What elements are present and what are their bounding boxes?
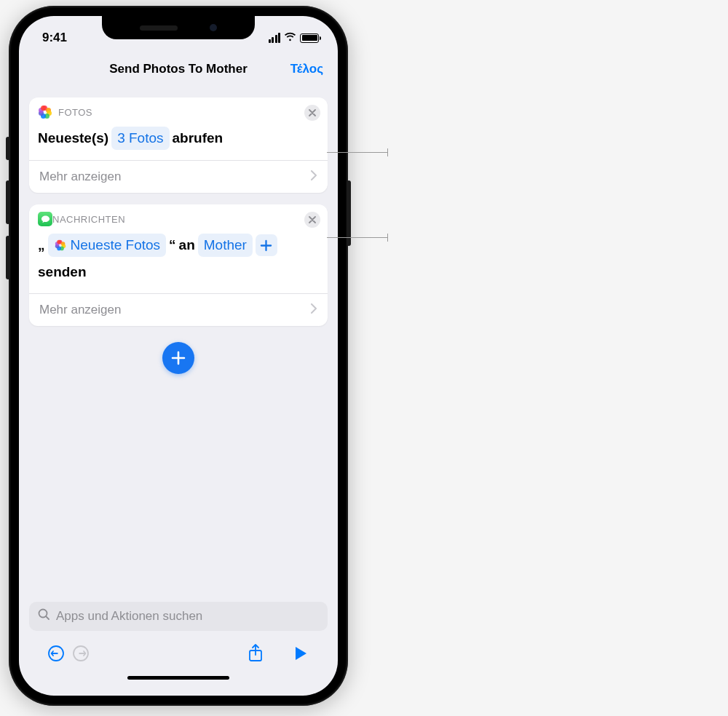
- chevron-right-icon: [311, 170, 317, 184]
- cellular-signal-icon: [269, 33, 281, 43]
- notch: [102, 16, 255, 39]
- home-indicator[interactable]: [127, 676, 229, 680]
- callout-tick: [387, 234, 388, 242]
- speaker: [140, 25, 178, 31]
- action-card-fotos[interactable]: FOTOS Neueste(s) 3 Fotos abrufen Mehr an…: [29, 98, 328, 193]
- screen: 9:41 Send Photos To Mother Τέλος: [19, 16, 338, 696]
- action-text: senden: [38, 261, 87, 283]
- action-app-label: NACHRICHTEN: [52, 214, 125, 225]
- photos-mini-icon: [54, 239, 67, 252]
- show-more-row[interactable]: Mehr anzeigen: [29, 293, 328, 326]
- share-button[interactable]: [243, 641, 268, 666]
- status-time: 9:41: [42, 31, 67, 45]
- action-text: abrufen: [173, 127, 223, 149]
- callout-tick: [387, 148, 388, 156]
- side-button-volume-down[interactable]: [6, 236, 10, 279]
- wifi-icon: [284, 31, 296, 45]
- battery-icon: [300, 33, 319, 43]
- status-indicators: [269, 31, 320, 45]
- quote-open: „: [38, 234, 45, 256]
- action-header: NACHRICHTEN: [29, 204, 328, 229]
- shortcut-editor: FOTOS Neueste(s) 3 Fotos abrufen Mehr an…: [19, 87, 338, 602]
- front-camera: [210, 24, 217, 31]
- phone-frame: 9:41 Send Photos To Mother Τέλος: [9, 6, 348, 706]
- search-placeholder: Apps und Aktionen suchen: [56, 609, 202, 624]
- variable-label: Neueste Fotos: [71, 234, 161, 256]
- chevron-right-icon: [311, 303, 317, 317]
- run-button[interactable]: [288, 641, 313, 666]
- action-card-nachrichten[interactable]: NACHRICHTEN „: [29, 204, 328, 326]
- recipient-parameter[interactable]: Mother: [198, 234, 253, 257]
- toolbar: [29, 631, 328, 672]
- quote-close: “: [169, 234, 176, 256]
- callout-line: [327, 237, 388, 238]
- action-text: an: [179, 234, 195, 256]
- magic-variable[interactable]: Neueste Fotos: [48, 234, 167, 257]
- callout-line: [327, 152, 388, 153]
- action-text: Neueste(s): [38, 127, 108, 149]
- show-more-label: Mehr anzeigen: [39, 170, 121, 184]
- show-more-label: Mehr anzeigen: [39, 303, 121, 317]
- action-app-label: FOTOS: [58, 107, 92, 118]
- photos-app-icon: [38, 105, 52, 119]
- add-recipient-button[interactable]: [256, 234, 277, 256]
- bottom-area: Apps und Aktionen suchen: [19, 602, 338, 696]
- search-input[interactable]: Apps und Aktionen suchen: [29, 602, 328, 631]
- side-button-power[interactable]: [347, 180, 351, 246]
- undo-button[interactable]: [44, 641, 68, 666]
- nav-bar: Send Photos To Mother Τέλος: [19, 51, 338, 87]
- add-action-button[interactable]: [162, 342, 194, 374]
- delete-action-button[interactable]: [304, 105, 320, 121]
- side-button-volume-up[interactable]: [6, 180, 10, 224]
- messages-app-icon: [38, 212, 52, 226]
- side-button-mute[interactable]: [6, 137, 10, 160]
- show-more-row[interactable]: Mehr anzeigen: [29, 160, 328, 193]
- action-body: „: [29, 229, 328, 293]
- done-button[interactable]: Τέλος: [290, 62, 323, 76]
- count-parameter[interactable]: 3 Fotos: [111, 127, 169, 150]
- page-title: Send Photos To Mother: [109, 62, 248, 76]
- action-header: FOTOS: [29, 98, 328, 122]
- search-icon: [38, 608, 50, 624]
- action-body: Neueste(s) 3 Fotos abrufen: [29, 122, 328, 160]
- delete-action-button[interactable]: [304, 212, 320, 228]
- redo-button[interactable]: [68, 641, 93, 666]
